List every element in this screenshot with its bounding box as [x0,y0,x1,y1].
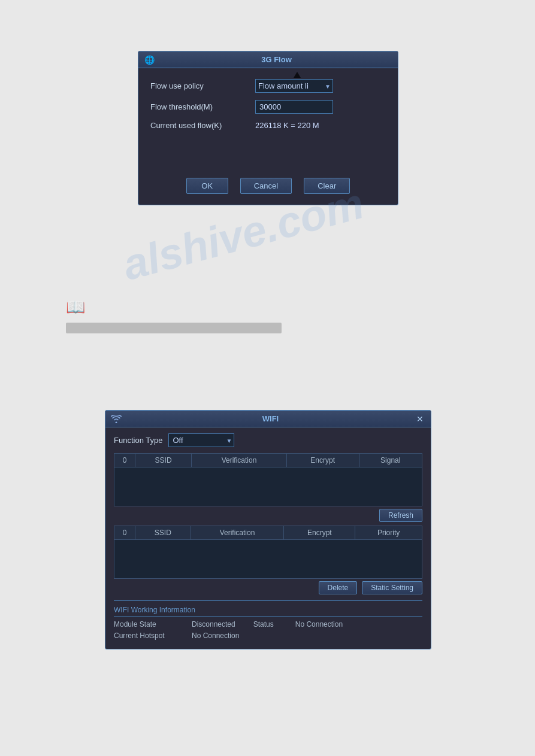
flow-threshold-row: Flow threshold(M) [150,100,386,114]
table2-col-priority: Priority [355,526,422,540]
table2-empty-row [114,540,422,579]
3gflow-title: 3G Flow [160,55,393,64]
table1-col-encrypt: Encrypt [286,454,359,467]
wifi-working-info: WIFI Working Information Module State Di… [114,600,422,640]
3gflow-buttons: OK Cancel Clear [138,172,398,205]
flow-policy-select-wrapper[interactable]: Flow amount li ▼ [255,79,333,93]
wifi-titlebar: WIFI ✕ [105,411,431,427]
wifi-icon [110,413,122,425]
flow-threshold-label: Flow threshold(M) [150,102,255,111]
available-networks-section: 0 SSID Verification Encrypt Signal [114,453,422,506]
table1-col-signal: Signal [359,454,422,467]
book-icon: 📖 [66,298,282,317]
table1-col-ssid: SSID [135,454,192,467]
table1-empty-row [114,467,422,506]
flow-policy-select[interactable]: Flow amount li [255,79,333,93]
module-state-value: Disconnected [192,620,235,629]
module-state-label: Module State [114,620,192,629]
clear-button[interactable]: Clear [304,178,350,194]
wifi-close-button[interactable]: ✕ [414,414,426,424]
current-flow-row: Current used flow(K) 226118 K = 220 M [150,121,386,130]
table2-header-row: 0 SSID Verification Encrypt Priority [114,526,422,540]
action-btns-row: Delete Static Setting [114,581,422,594]
wifi-dialog: WIFI ✕ Function Type Off ▼ 0 SSID Verifi… [105,410,431,649]
table2-col-encrypt: Encrypt [284,526,355,540]
ok-button[interactable]: OK [186,178,228,194]
table2-col-verification: Verification [191,526,284,540]
wifi-body: Function Type Off ▼ 0 SSID Verification … [105,427,431,649]
flow-policy-label: Flow use policy [150,81,255,90]
connected-networks-section: 0 SSID Verification Encrypt Priority [114,526,422,579]
function-type-row: Function Type Off ▼ [114,433,422,447]
current-flow-label: Current used flow(K) [150,121,255,130]
current-hotspot-value: No Connection [192,631,239,640]
available-networks-table: 0 SSID Verification Encrypt Signal [114,453,422,506]
table1-col-verification: Verification [192,454,287,467]
refresh-button[interactable]: Refresh [379,509,422,522]
cancel-button[interactable]: Cancel [240,178,292,194]
wifi-title: WIFI [127,414,414,423]
function-type-select[interactable]: Off [168,433,234,447]
table1-col-num: 0 [114,454,135,467]
table2-empty-cell [114,540,422,579]
current-hotspot-label: Current Hotspot [114,631,192,640]
wifi-working-title: WIFI Working Information [114,606,422,617]
status-value: No Connection [295,620,343,629]
flow-policy-row: Flow use policy Flow amount li ▼ [150,79,386,93]
table1-empty-cell [114,467,422,506]
delete-button[interactable]: Delete [319,581,358,594]
current-flow-value: 226118 K = 220 M [255,121,319,130]
status-label: Status [253,620,295,629]
3gflow-body: Flow use policy Flow amount li ▼ Flow th… [138,68,398,172]
module-state-row: Module State Disconnected Status No Conn… [114,620,422,629]
note-section: 📖 [66,298,282,333]
current-hotspot-row: Current Hotspot No Connection [114,631,422,640]
table2-col-num: 0 [114,526,135,540]
3gflow-dialog: 🌐 3G Flow Flow use policy Flow amount li… [138,51,398,205]
table2-col-ssid: SSID [135,526,191,540]
flow-threshold-input[interactable] [255,100,333,114]
3gflow-icon: 🌐 [143,54,155,66]
connected-networks-table: 0 SSID Verification Encrypt Priority [114,526,422,579]
table1-header-row: 0 SSID Verification Encrypt Signal [114,454,422,467]
refresh-btn-row: Refresh [114,509,422,522]
static-setting-button[interactable]: Static Setting [362,581,422,594]
note-bar [66,323,282,333]
3gflow-titlebar: 🌐 3G Flow [138,51,398,68]
function-type-select-wrapper[interactable]: Off ▼ [168,433,234,447]
function-type-label: Function Type [114,436,162,445]
